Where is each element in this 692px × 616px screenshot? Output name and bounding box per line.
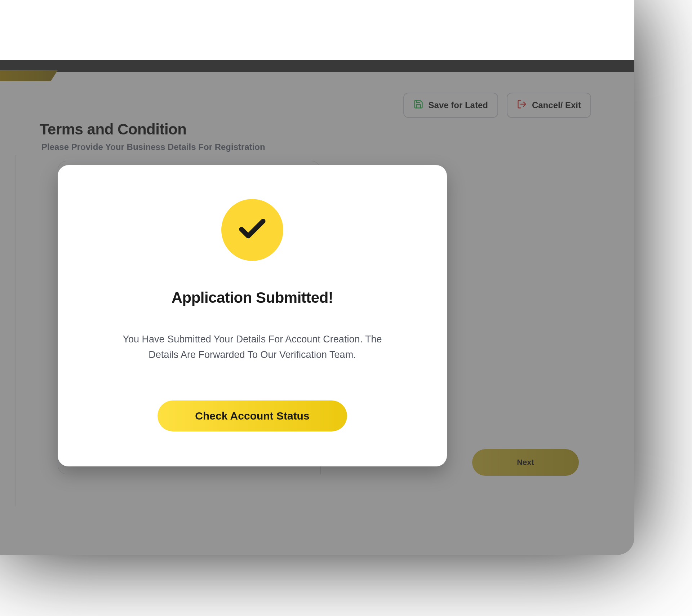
modal-description-line1: You Have Submitted Your Details For Acco… (123, 334, 382, 345)
check-circle (221, 199, 283, 261)
modal-description-line2: Details Are Forwarded To Our Verificatio… (148, 349, 356, 360)
page-container: Save for Lated Cancel/ Exit Terms and Co… (0, 0, 634, 555)
check-status-button[interactable]: Check Account Status (158, 400, 347, 431)
modal-description: You Have Submitted Your Details For Acco… (123, 332, 382, 363)
modal-title: Application Submitted! (172, 289, 333, 306)
check-icon (235, 213, 270, 247)
confirmation-modal: Application Submitted! You Have Submitte… (58, 165, 447, 466)
